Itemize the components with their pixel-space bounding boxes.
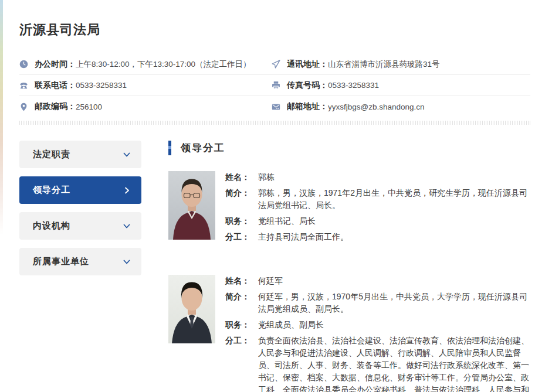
sidebar-item-internal-organs[interactable]: 内设机构 (19, 212, 141, 240)
office-hours-value: 上午8:30-12:00，下午13:30-17:00（法定工作日） (76, 59, 251, 70)
position-label: 职务： (225, 215, 258, 227)
section-header: 领导分工 (168, 141, 530, 155)
leader-list: 姓名： 郭栋 简介： 郭栋，男，汉族，1971年2月出生，中共党员，研究生学历，… (168, 171, 530, 392)
position-row: 职务： 党组书记、局长 (225, 215, 530, 227)
position-row: 职务： 党组成员、副局长 (225, 319, 530, 331)
profile-label: 简介： (225, 187, 258, 212)
profile-value: 郭栋，男，汉族，1971年2月出生，中共党员，研究生学历，现任沂源县司法局党组书… (258, 187, 530, 212)
sidebar-nav: 法定职责 领导分工 内设机构 所属事业单位 (19, 141, 141, 392)
section-title: 领导分工 (181, 141, 225, 155)
chevron-down-icon (123, 151, 131, 159)
map-pin-icon (19, 103, 28, 111)
contact-row: 邮政编码： 256100 邮箱地址： yyxsfjbgs@zb.shandong… (19, 96, 530, 117)
mail-address-item: 通讯地址： 山东省淄博市沂源县药玻路31号 (272, 59, 530, 70)
sidebar-item-label: 领导分工 (33, 185, 70, 196)
name-row: 姓名： 郭栋 (225, 171, 530, 183)
name-label: 姓名： (225, 171, 258, 183)
phone-value: 0533-3258331 (76, 81, 127, 90)
name-value: 郭栋 (258, 171, 530, 183)
name-value: 何廷军 (258, 275, 530, 287)
position-label: 职务： (225, 319, 258, 331)
sidebar-item-label: 内设机构 (33, 220, 70, 231)
name-row: 姓名： 何廷军 (225, 275, 530, 287)
leader-photo (168, 171, 215, 240)
location-arrow-icon (272, 60, 280, 69)
mail-icon (272, 103, 280, 111)
phone-label: 联系电话： (35, 80, 76, 91)
section-marker-bar (168, 141, 171, 155)
email-item: 邮箱地址： yyxsfjbgs@zb.shandong.cn (272, 101, 530, 112)
duty-row: 分工： 主持县司法局全面工作。 (225, 231, 530, 243)
fax-item: 传真号码： 0533-3258331 (272, 80, 530, 91)
phone-item: 联系电话： 0533-3258331 (19, 80, 272, 91)
profile-row: 简介： 何廷军，男，汉族，1970年5月出生，中共党员，大学学历，现任沂源县司法… (225, 291, 530, 315)
leader-info: 姓名： 何廷军 简介： 何廷军，男，汉族，1970年5月出生，中共党员，大学学历… (225, 275, 530, 392)
office-hours-label: 办公时间： (35, 59, 76, 70)
email-value: yyxsfjbgs@zb.shandong.cn (328, 103, 425, 111)
postcode-label: 邮政编码： (35, 101, 76, 112)
mail-address-label: 通讯地址： (287, 59, 328, 70)
duty-value: 主持县司法局全面工作。 (258, 231, 530, 243)
phone-icon (19, 81, 28, 90)
name-label: 姓名： (225, 275, 258, 287)
sidebar-item-legal-duties[interactable]: 法定职责 (19, 141, 141, 168)
sidebar-item-affiliated-institutions[interactable]: 所属事业单位 (19, 248, 141, 275)
page-container: 沂源县司法局 办公时间： 上午8:30-12:00，下午13:30-17:00（… (0, 21, 535, 392)
page-title: 沂源县司法局 (19, 21, 530, 39)
main-area: 法定职责 领导分工 内设机构 所属事业单位 (19, 141, 530, 392)
chevron-down-icon (123, 258, 131, 266)
leader-photo (168, 275, 215, 343)
leader-card: 姓名： 郭栋 简介： 郭栋，男，汉族，1971年2月出生，中共党员，研究生学历，… (168, 171, 530, 247)
profile-label: 简介： (225, 291, 258, 315)
contact-row: 联系电话： 0533-3258331 传真号码： 0533-3258331 (19, 75, 530, 96)
duty-label: 分工： (225, 231, 258, 243)
email-label: 邮箱地址： (287, 101, 328, 112)
chevron-down-icon (123, 222, 131, 230)
chevron-right-icon (123, 186, 131, 195)
postcode-value: 256100 (76, 103, 102, 111)
contact-row: 办公时间： 上午8:30-12:00，下午13:30-17:00（法定工作日） … (19, 54, 530, 75)
content-panel: 领导分工 (168, 141, 530, 392)
contact-info-panel: 办公时间： 上午8:30-12:00，下午13:30-17:00（法定工作日） … (19, 54, 530, 117)
duty-value: 负责全面依法治县、法治社会建设、法治宣传教育、依法治理和法治创建、人民参与和促进… (258, 335, 530, 392)
postcode-item: 邮政编码： 256100 (19, 101, 272, 112)
position-value: 党组书记、局长 (258, 215, 530, 227)
clock-icon (19, 60, 28, 69)
dotted-divider (19, 121, 530, 125)
leader-card: 姓名： 何廷军 简介： 何廷军，男，汉族，1970年5月出生，中共党员，大学学历… (168, 275, 530, 392)
sidebar-item-label: 法定职责 (33, 149, 70, 160)
fax-label: 传真号码： (287, 80, 328, 91)
fax-value: 0533-3258331 (328, 81, 379, 90)
profile-row: 简介： 郭栋，男，汉族，1971年2月出生，中共党员，研究生学历，现任沂源县司法… (225, 187, 530, 212)
duty-label: 分工： (225, 335, 258, 392)
mail-address-value: 山东省淄博市沂源县药玻路31号 (328, 59, 440, 70)
sidebar-item-leadership-division[interactable]: 领导分工 (19, 176, 141, 204)
office-hours-item: 办公时间： 上午8:30-12:00，下午13:30-17:00（法定工作日） (19, 59, 272, 70)
position-value: 党组成员、副局长 (258, 319, 530, 331)
profile-value: 何廷军，男，汉族，1970年5月出生，中共党员，大学学历，现任沂源县司法局党组成… (258, 291, 530, 315)
leader-info: 姓名： 郭栋 简介： 郭栋，男，汉族，1971年2月出生，中共党员，研究生学历，… (225, 171, 530, 247)
duty-row: 分工： 负责全面依法治县、法治社会建设、法治宣传教育、依法治理和法治创建、人民参… (225, 335, 530, 392)
sidebar-item-label: 所属事业单位 (33, 256, 89, 267)
fax-icon (272, 81, 280, 90)
